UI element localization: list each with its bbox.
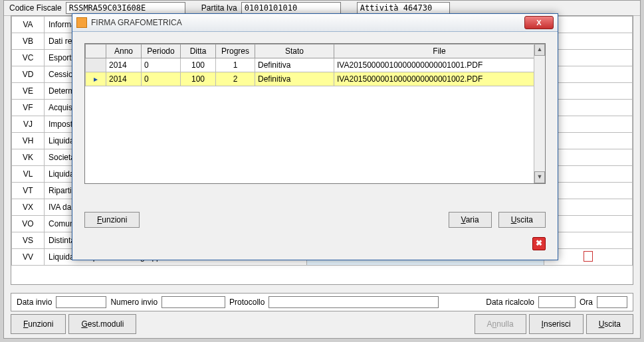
cell-ditta: 100 <box>181 72 216 86</box>
grid-row[interactable]: ▸201401002DefinitivaIVA20150000010000000… <box>86 72 545 86</box>
scroll-up-icon[interactable]: ▲ <box>534 44 545 56</box>
partita-iva-field[interactable]: 01010101010 <box>241 2 341 14</box>
inserisci-button[interactable]: Inserisci <box>529 314 584 334</box>
scrollbar[interactable]: ▲ ▼ <box>534 44 545 183</box>
bottom-toolbar: Funzioni Gest.moduli Annulla Inserisci U… <box>11 314 633 334</box>
uscita-button[interactable]: Uscita <box>586 314 633 334</box>
cell-file: IVA20150000010000000000001001.PDF <box>334 58 545 72</box>
cell-stato: Definitiva <box>255 72 334 86</box>
codice-fiscale-field[interactable]: RSSMRA59C03I608E <box>66 2 185 14</box>
data-invio-input[interactable] <box>56 296 106 308</box>
section-code: VX <box>12 199 45 216</box>
data-invio-label: Data invio <box>17 298 52 307</box>
grid-header[interactable]: Periodo <box>142 44 181 58</box>
section-code: VB <box>12 33 45 50</box>
gest-moduli-button[interactable]: Gest.moduli <box>68 314 136 334</box>
grid-row[interactable]: 201401001DefinitivaIVA201500000100000000… <box>86 58 545 72</box>
scroll-down-icon[interactable]: ▼ <box>534 171 545 183</box>
protocollo-input[interactable] <box>268 296 439 308</box>
modal-uscita-button[interactable]: Uscita <box>498 212 546 228</box>
section-code: VA <box>12 17 45 33</box>
firma-modal: FIRMA GRAFOMETRICA X AnnoPeriodoDittaPro… <box>72 13 558 260</box>
varia-button[interactable]: Varia <box>449 212 492 228</box>
section-code: VK <box>12 149 45 166</box>
cell-ditta: 100 <box>181 58 216 72</box>
section-code: VJ <box>12 116 45 133</box>
section-code: VH <box>12 133 45 149</box>
grid-header[interactable]: Progres <box>216 44 255 58</box>
section-code: VD <box>12 66 45 83</box>
data-ricalcolo-input[interactable] <box>538 296 576 308</box>
numero-invio-input[interactable] <box>161 296 225 308</box>
ora-input[interactable] <box>597 296 627 308</box>
modal-grid[interactable]: AnnoPeriodoDittaProgresStatoFile20140100… <box>84 43 546 184</box>
section-code: VE <box>12 83 45 100</box>
grid-header[interactable]: File <box>334 44 545 58</box>
annulla-button[interactable]: Annulla <box>475 314 526 334</box>
cell-progres: 2 <box>216 72 255 86</box>
section-code: VO <box>12 216 45 232</box>
funzioni-button[interactable]: Funzioni <box>11 314 66 334</box>
modal-title: FIRMA GRAFOMETRICA <box>91 18 524 27</box>
section-code: VT <box>12 183 45 199</box>
cell-anno: 2014 <box>106 72 142 86</box>
bottom-fields: Data invio Numero invio Protocollo Data … <box>11 293 633 311</box>
modal-buttons: Funzioni Varia Uscita <box>84 212 546 228</box>
section-code: VS <box>12 232 45 249</box>
row-selector[interactable] <box>86 58 106 72</box>
cell-anno: 2014 <box>106 58 142 72</box>
protocollo-label: Protocollo <box>229 298 265 307</box>
section-code: VV <box>12 249 45 266</box>
section-code: VL <box>12 166 45 183</box>
section-code: VF <box>12 100 45 116</box>
app-icon <box>76 17 87 28</box>
cell-progres: 1 <box>216 58 255 72</box>
numero-invio-label: Numero invio <box>110 298 158 307</box>
partita-iva-label: Partita Iva <box>201 3 237 13</box>
cell-periodo: 0 <box>142 72 181 86</box>
window-close-button[interactable]: X <box>524 16 554 29</box>
section-code: VC <box>12 50 45 66</box>
cell-periodo: 0 <box>142 58 181 72</box>
data-ricalcolo-label: Data ricalcolo <box>486 298 534 307</box>
cell-file: IVA20150000010000000000001002.PDF <box>334 72 545 86</box>
grid-header[interactable]: Anno <box>106 44 142 58</box>
ora-label: Ora <box>580 298 593 307</box>
modal-funzioni-button[interactable]: Funzioni <box>84 212 140 228</box>
grid-header[interactable]: Ditta <box>181 44 216 58</box>
grid-header[interactable] <box>86 44 106 58</box>
row-selector[interactable]: ▸ <box>86 72 106 86</box>
pdf-icon <box>584 251 593 262</box>
grid-header[interactable]: Stato <box>255 44 334 58</box>
modal-titlebar: FIRMA GRAFOMETRICA X <box>72 14 558 32</box>
close-icon[interactable]: ✖ <box>532 237 546 250</box>
cell-stato: Definitiva <box>255 58 334 72</box>
attivita-field[interactable]: Attività 464730 <box>357 2 450 14</box>
codice-fiscale-label: Codice Fiscale <box>9 3 62 13</box>
